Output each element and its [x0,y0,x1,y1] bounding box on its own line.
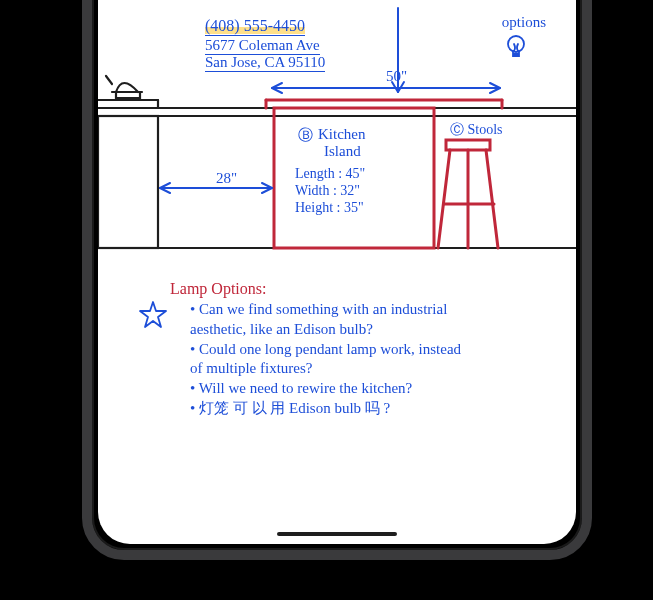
svg-point-18 [508,36,524,52]
stools-label: Ⓒ Stools [450,121,503,139]
svg-rect-3 [98,116,158,248]
bullet-line: • Will we need to rewire the kitchen? [190,379,550,398]
address-line-2: San Jose, CA 95110 [205,54,325,72]
island-marker: Ⓑ [298,126,313,145]
bullet-line: aesthetic, like an Edison bulb? [190,320,550,339]
home-indicator[interactable] [277,532,397,536]
svg-line-11 [438,150,450,248]
svg-line-12 [486,150,498,248]
bullet-line: • Could one long pendant lamp work, inst… [190,340,550,359]
note-canvas[interactable]: (408) 555-4450 5677 Coleman Ave San Jose… [98,0,576,544]
measurement-50: 50" [386,68,407,85]
lightbulb-icon [504,34,528,64]
measurement-28: 28" [216,170,237,187]
island-label: Kitchen Island [318,126,365,159]
lamp-options-label: options [502,14,546,31]
bullet-line: • Can we find something with an industri… [190,300,550,319]
phone-number: (408) 555-4450 [205,17,305,36]
ipad-screen[interactable]: (408) 555-4450 5677 Coleman Ave San Jose… [98,0,576,544]
bullet-line: of multiple fixtures? [190,359,550,378]
address-line-1: 5677 Coleman Ave [205,37,320,55]
star-icon [138,300,168,330]
bullet-list: • Can we find something with an industri… [190,300,550,419]
island-dimensions: Length : 45" Width : 32" Height : 35" [295,166,365,216]
ipad-frame: (408) 555-4450 5677 Coleman Ave San Jose… [82,0,592,560]
section-title: Lamp Options: [170,280,266,298]
bullet-line: • 灯笼 可 以 用 Edison bulb 吗 ? [190,399,550,418]
